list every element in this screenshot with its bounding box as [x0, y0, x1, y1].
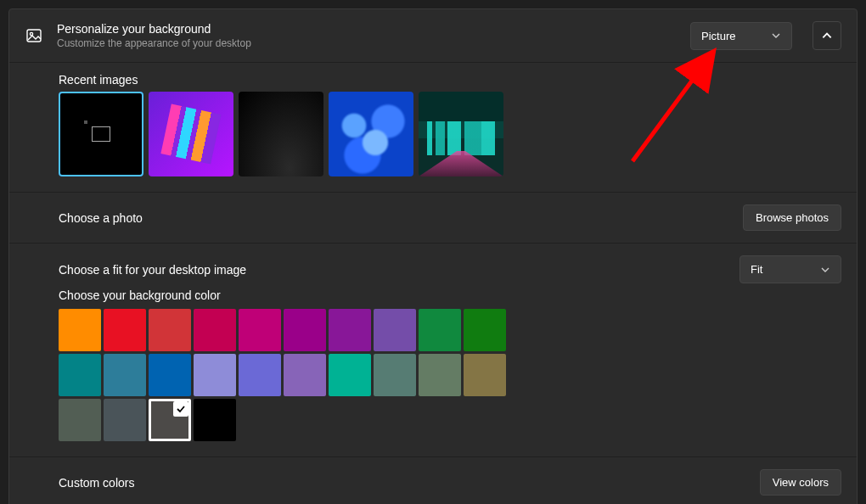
recent-images-label: Recent images: [9, 73, 857, 87]
choose-fit-label: Choose a fit for your desktop image: [59, 263, 739, 277]
personalize-background-panel: Personalize your background Customize th…: [8, 8, 858, 504]
recent-images-section: Recent images: [9, 62, 857, 192]
color-swatch[interactable]: [59, 354, 101, 396]
background-type-dropdown[interactable]: Picture: [690, 22, 792, 50]
color-swatch[interactable]: [59, 309, 101, 351]
color-grid: [9, 309, 510, 441]
panel-title: Personalize your background: [57, 22, 677, 36]
custom-colors-label: Custom colors: [59, 476, 760, 490]
color-swatch[interactable]: [104, 354, 146, 396]
color-swatch[interactable]: [194, 354, 236, 396]
color-swatch[interactable]: [464, 309, 506, 351]
color-swatch[interactable]: [104, 399, 146, 441]
custom-colors-row: Custom colors View colors: [9, 456, 857, 504]
choose-fit-row: Choose a fit for your desktop image Fit: [9, 243, 857, 288]
color-swatch[interactable]: [374, 309, 416, 351]
collapse-button[interactable]: [813, 21, 841, 50]
color-swatch[interactable]: [419, 309, 461, 351]
chevron-down-icon: [771, 31, 781, 41]
background-color-label: Choose your background color: [9, 288, 857, 309]
color-swatch[interactable]: [284, 354, 326, 396]
recent-image-thumb[interactable]: [59, 92, 143, 176]
recent-image-thumb[interactable]: [419, 92, 503, 176]
recent-image-thumb[interactable]: [149, 92, 233, 176]
color-swatch[interactable]: [194, 309, 236, 351]
recent-images-row: [9, 87, 857, 176]
color-swatch[interactable]: [149, 399, 191, 441]
panel-header: Personalize your background Customize th…: [9, 9, 857, 62]
recent-image-thumb[interactable]: [239, 92, 323, 176]
color-swatch[interactable]: [284, 309, 326, 351]
color-swatch[interactable]: [149, 309, 191, 351]
dropdown-value: Picture: [701, 30, 735, 42]
background-color-section: Choose your background color: [9, 288, 857, 456]
browse-photos-button[interactable]: Browse photos: [743, 204, 841, 231]
color-swatch[interactable]: [59, 399, 101, 441]
check-icon: [173, 401, 188, 417]
color-swatch[interactable]: [329, 354, 371, 396]
color-swatch[interactable]: [374, 354, 416, 396]
chevron-up-icon: [821, 30, 833, 42]
color-swatch[interactable]: [239, 309, 281, 351]
color-swatch[interactable]: [104, 309, 146, 351]
color-swatch[interactable]: [194, 399, 236, 441]
choose-photo-row: Choose a photo Browse photos: [9, 192, 857, 243]
chevron-down-icon: [820, 265, 830, 275]
panel-subtitle: Customize the appearance of your desktop: [57, 37, 677, 49]
choose-photo-label: Choose a photo: [59, 211, 743, 225]
color-swatch[interactable]: [149, 354, 191, 396]
svg-rect-0: [27, 30, 41, 42]
color-swatch[interactable]: [419, 354, 461, 396]
picture-icon: [25, 27, 43, 44]
color-swatch[interactable]: [239, 354, 281, 396]
svg-point-1: [30, 32, 32, 35]
color-swatch[interactable]: [464, 354, 506, 396]
view-colors-button[interactable]: View colors: [760, 469, 841, 496]
dropdown-value: Fit: [751, 263, 762, 276]
fit-dropdown[interactable]: Fit: [739, 255, 841, 283]
recent-image-thumb[interactable]: [329, 92, 413, 176]
color-swatch[interactable]: [329, 309, 371, 351]
